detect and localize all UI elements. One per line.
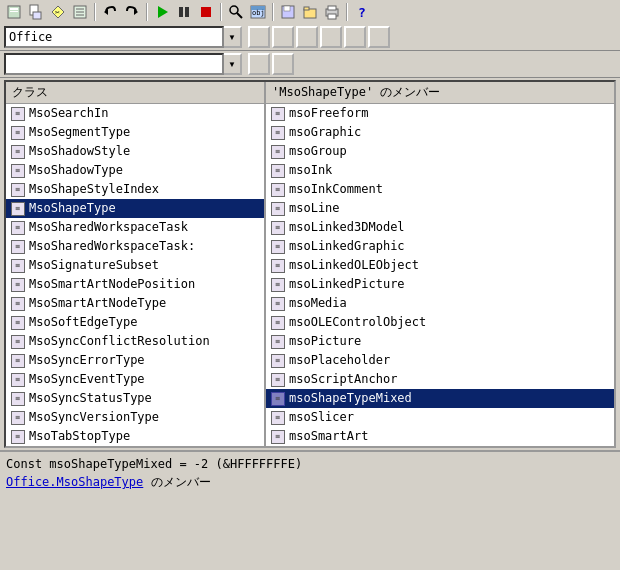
- left-list-item[interactable]: ≡MsoSyncEventType: [6, 370, 264, 389]
- dropdown-row: ▼: [0, 24, 620, 51]
- left-list-item[interactable]: ≡MsoSmartArtNodePosition: [6, 275, 264, 294]
- item-label: msoLinkedPicture: [289, 276, 405, 293]
- enum-icon: ≡: [10, 429, 26, 445]
- toolbar-icon-run[interactable]: [152, 2, 172, 22]
- left-list-item[interactable]: ≡MsoSyncConflictResolution: [6, 332, 264, 351]
- right-panel-list[interactable]: ≡msoFreeform≡msoGraphic≡msoGroup≡msoInk≡…: [266, 104, 614, 446]
- left-list-item[interactable]: ≡MsoSharedWorkspaceTask: [6, 218, 264, 237]
- class-combo[interactable]: ▼: [4, 53, 242, 75]
- toolbar-icon-1[interactable]: [4, 2, 24, 22]
- item-label: msoSlicer: [289, 409, 354, 426]
- left-panel-list[interactable]: ≡MsoSearchIn≡MsoSegmentType≡MsoShadowSty…: [6, 104, 264, 446]
- right-list-item[interactable]: ≡msoPicture: [266, 332, 614, 351]
- enum-icon: ≡: [10, 144, 26, 160]
- toolbar-icon-save[interactable]: [278, 2, 298, 22]
- left-list-item[interactable]: ≡MsoSharedWorkspaceTask:: [6, 237, 264, 256]
- right-list-item[interactable]: ≡msoLinkedOLEObject: [266, 256, 614, 275]
- toolbar-icon-help[interactable]: ?: [352, 2, 372, 22]
- enum-icon: ≡: [270, 258, 286, 274]
- right-list-item[interactable]: ≡msoLinkedGraphic: [266, 237, 614, 256]
- right-list-item[interactable]: ≡msoShapeTypeMixed: [266, 389, 614, 408]
- right-list-item[interactable]: ≡msoSlicer: [266, 408, 614, 427]
- right-list-item[interactable]: ≡msoLine: [266, 199, 614, 218]
- toolbar-icon-search[interactable]: [226, 2, 246, 22]
- row2-btn-1[interactable]: [248, 53, 270, 75]
- toolbar-icon-redo[interactable]: [122, 2, 142, 22]
- left-list-item[interactable]: ≡MsoSignatureSubset: [6, 256, 264, 275]
- svg-point-17: [230, 6, 238, 14]
- enum-icon: ≡: [10, 353, 26, 369]
- right-list-item[interactable]: ≡msoInk: [266, 161, 614, 180]
- left-list-item[interactable]: ≡MsoShapeType: [6, 199, 264, 218]
- enum-icon: ≡: [10, 239, 26, 255]
- item-label: MsoSegmentType: [29, 124, 130, 141]
- svg-rect-2: [10, 11, 18, 12]
- svg-rect-28: [328, 14, 336, 19]
- toolbar-icon-undo[interactable]: [100, 2, 120, 22]
- enum-icon: ≡: [10, 201, 26, 217]
- enum-icon: ≡: [270, 277, 286, 293]
- enum-icon: ≡: [10, 163, 26, 179]
- item-label: msoPlaceholder: [289, 352, 390, 369]
- right-list-item[interactable]: ≡msoLinkedPicture: [266, 275, 614, 294]
- row2-btn-2[interactable]: [272, 53, 294, 75]
- item-label: msoLine: [289, 200, 340, 217]
- member-line: Office.MsoShapeType のメンバー: [6, 473, 614, 491]
- toolbar-icon-2[interactable]: [26, 2, 46, 22]
- left-list-item[interactable]: ≡MsoSyncErrorType: [6, 351, 264, 370]
- right-list-item[interactable]: ≡msoGraphic: [266, 123, 614, 142]
- item-label: msoPicture: [289, 333, 361, 350]
- class-dropdown-btn[interactable]: ▼: [224, 53, 242, 75]
- right-list-item[interactable]: ≡msoSmartArt: [266, 427, 614, 446]
- left-list-item[interactable]: ≡MsoShadowType: [6, 161, 264, 180]
- left-list-item[interactable]: ≡MsoTabStopType: [6, 427, 264, 446]
- class-input[interactable]: [4, 53, 224, 75]
- status-bar: Const msoShapeTypeMixed = -2 (&HFFFFFFFE…: [0, 450, 620, 494]
- left-list-item[interactable]: ≡MsoShapeStyleIndex: [6, 180, 264, 199]
- item-label: msoLinkedGraphic: [289, 238, 405, 255]
- left-list-item[interactable]: ≡MsoSoftEdgeType: [6, 313, 264, 332]
- left-panel: クラス ≡MsoSearchIn≡MsoSegmentType≡MsoShado…: [6, 82, 266, 446]
- toolbar-sep-5: [346, 3, 348, 21]
- right-list-item[interactable]: ≡msoFreeform: [266, 104, 614, 123]
- right-list-item[interactable]: ≡msoInkComment: [266, 180, 614, 199]
- toolbar-icon-pause[interactable]: [174, 2, 194, 22]
- right-list-item[interactable]: ≡msoScriptAnchor: [266, 370, 614, 389]
- toolbar-icon-3[interactable]: ✂: [48, 2, 68, 22]
- svg-text:✂: ✂: [55, 8, 60, 17]
- toolbar-icon-open[interactable]: [300, 2, 320, 22]
- enum-icon: ≡: [10, 372, 26, 388]
- left-list-item[interactable]: ≡MsoSmartArtNodeType: [6, 294, 264, 313]
- left-list-item[interactable]: ≡MsoShadowStyle: [6, 142, 264, 161]
- right-list-item[interactable]: ≡msoMedia: [266, 294, 614, 313]
- toolbar-icon-4[interactable]: [70, 2, 90, 22]
- toolbar-icon-browser[interactable]: obj: [248, 2, 268, 22]
- left-list-item[interactable]: ≡MsoSearchIn: [6, 104, 264, 123]
- item-label: msoMedia: [289, 295, 347, 312]
- svg-text:?: ?: [358, 5, 366, 20]
- row1-btn-1[interactable]: [248, 26, 270, 48]
- right-list-item[interactable]: ≡msoOLEControlObject: [266, 313, 614, 332]
- row1-btn-6[interactable]: [368, 26, 390, 48]
- left-list-item[interactable]: ≡MsoSyncVersionType: [6, 408, 264, 427]
- library-input[interactable]: [4, 26, 224, 48]
- library-combo[interactable]: ▼: [4, 26, 242, 48]
- left-list-item[interactable]: ≡MsoSyncStatusType: [6, 389, 264, 408]
- row1-btn-5[interactable]: [344, 26, 366, 48]
- right-list-item[interactable]: ≡msoGroup: [266, 142, 614, 161]
- toolbar-sep-2: [146, 3, 148, 21]
- right-list-item[interactable]: ≡msoLinked3DModel: [266, 218, 614, 237]
- item-label: msoFreeform: [289, 105, 368, 122]
- enum-icon: ≡: [10, 391, 26, 407]
- left-list-item[interactable]: ≡MsoSegmentType: [6, 123, 264, 142]
- toolbar-icon-print[interactable]: [322, 2, 342, 22]
- row1-btn-3[interactable]: [296, 26, 318, 48]
- enum-icon: ≡: [10, 106, 26, 122]
- row1-btn-4[interactable]: [320, 26, 342, 48]
- right-list-item[interactable]: ≡msoPlaceholder: [266, 351, 614, 370]
- status-link[interactable]: Office.MsoShapeType: [6, 475, 143, 489]
- svg-rect-27: [328, 6, 336, 10]
- row1-btn-2[interactable]: [272, 26, 294, 48]
- library-dropdown-btn[interactable]: ▼: [224, 26, 242, 48]
- toolbar-icon-stop[interactable]: [196, 2, 216, 22]
